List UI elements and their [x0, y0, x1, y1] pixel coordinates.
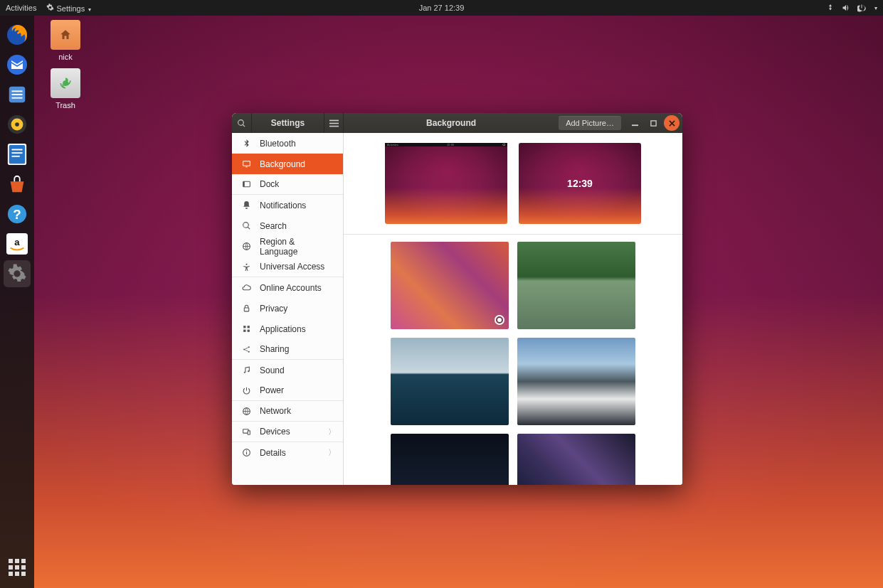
svg-rect-5 [12, 97, 23, 99]
svg-rect-30 [243, 326, 245, 328]
bell-icon [242, 201, 251, 210]
globe-icon [242, 242, 251, 251]
svg-point-36 [248, 351, 250, 352]
desktop-preview[interactable]: Activities12:39⏻ [385, 143, 507, 224]
svg-rect-29 [244, 308, 249, 311]
sidebar-item-privacy[interactable]: Privacy [232, 298, 343, 319]
svg-rect-26 [243, 181, 245, 187]
show-applications-button[interactable] [4, 554, 31, 581]
info-icon [242, 448, 251, 457]
dock-rhythmbox[interactable] [4, 111, 31, 138]
svg-rect-3 [12, 90, 23, 92]
volume-icon [842, 4, 850, 12]
dock-help[interactable]: ? [4, 201, 31, 228]
sidebar-item-universal[interactable]: Universal Access [232, 257, 343, 277]
settings-window: Settings Background Add Picture… Bluetoo… [232, 113, 682, 485]
share-icon [242, 345, 251, 354]
wallpaper-option[interactable] [391, 242, 509, 329]
dock-software[interactable] [4, 171, 31, 198]
add-picture-button[interactable]: Add Picture… [559, 116, 621, 130]
svg-rect-41 [248, 430, 250, 434]
svg-rect-44 [246, 450, 247, 451]
wallpaper-option[interactable] [517, 338, 635, 425]
top-bar: Activities Settings ▾ Jan 27 12:39 ▾ [0, 0, 883, 16]
desktop-icon-trash[interactable]: Trash [43, 68, 88, 109]
maximize-button[interactable] [645, 115, 661, 131]
gear-icon [46, 4, 54, 11]
dock-files[interactable] [4, 81, 31, 108]
hamburger-icon [329, 119, 339, 127]
svg-rect-33 [248, 330, 250, 332]
wallpaper-option[interactable] [391, 434, 509, 485]
dock-thunderbird[interactable] [4, 51, 31, 78]
clock[interactable]: Jan 27 12:39 [419, 4, 465, 12]
settings-content: Activities12:39⏻ 12:39 [344, 133, 682, 485]
sidebar-title: Settings [252, 118, 324, 128]
dock-firefox[interactable] [4, 21, 31, 48]
search-button[interactable] [232, 113, 252, 133]
titlebar: Settings Background Add Picture… [232, 113, 682, 133]
close-button[interactable] [664, 115, 680, 131]
svg-rect-12 [12, 152, 23, 154]
svg-text:?: ? [13, 207, 21, 222]
svg-text:a: a [14, 237, 20, 247]
menu-button[interactable] [324, 113, 344, 133]
sidebar-item-notifications[interactable]: Notifications [232, 195, 343, 215]
sidebar-item-power[interactable]: Power [232, 380, 343, 401]
svg-rect-32 [243, 330, 245, 332]
content-title: Background [344, 118, 559, 128]
network-icon [826, 4, 835, 12]
svg-rect-31 [248, 326, 250, 328]
wallpaper-option[interactable] [517, 434, 635, 485]
sidebar-item-network[interactable]: Network [232, 401, 343, 422]
svg-point-38 [248, 370, 249, 372]
settings-sidebar: Bluetooth Background Dock Notifications … [232, 133, 344, 485]
sidebar-item-sharing[interactable]: Sharing [232, 339, 343, 360]
sidebar-item-dock[interactable]: Dock [232, 174, 343, 195]
lock-icon [242, 304, 251, 313]
svg-rect-24 [245, 166, 247, 167]
accessibility-icon [242, 262, 251, 272]
devices-icon [242, 427, 251, 437]
power-icon [857, 4, 866, 12]
sidebar-item-search[interactable]: Search [232, 215, 343, 236]
sidebar-item-applications[interactable]: Applications [232, 319, 343, 339]
svg-rect-10 [9, 145, 26, 164]
dock-settings[interactable] [4, 260, 31, 287]
minimize-button[interactable] [627, 115, 643, 131]
power-icon [242, 386, 251, 395]
dock-libreoffice[interactable] [4, 141, 31, 168]
system-menu[interactable]: ▾ [826, 4, 877, 12]
desktop-icon-home[interactable]: nick [43, 20, 88, 61]
activities-button[interactable]: Activities [6, 4, 36, 12]
sidebar-item-region[interactable]: Region & Language [232, 236, 343, 257]
background-icon [242, 159, 251, 169]
wallpaper-option[interactable] [391, 338, 509, 425]
sidebar-item-accounts[interactable]: Online Accounts [232, 277, 343, 298]
wallpaper-option[interactable] [517, 242, 635, 329]
sidebar-item-devices[interactable]: Devices〉 [232, 422, 343, 442]
cloud-icon [242, 283, 251, 292]
network-icon [242, 407, 251, 416]
dock-amazon[interactable]: a [4, 230, 31, 257]
dock-icon [242, 180, 251, 189]
dock: ? a [0, 16, 34, 588]
svg-rect-20 [329, 125, 339, 127]
chevron-down-icon: ▾ [874, 5, 877, 11]
svg-point-28 [245, 263, 247, 264]
svg-rect-23 [243, 161, 250, 166]
svg-rect-4 [12, 94, 23, 95]
search-icon [242, 221, 251, 230]
sidebar-item-details[interactable]: Details〉 [232, 442, 343, 463]
svg-rect-13 [12, 156, 20, 157]
bluetooth-icon [242, 139, 251, 148]
lockscreen-preview[interactable]: 12:39 [519, 143, 641, 224]
sidebar-item-bluetooth[interactable]: Bluetooth [232, 133, 343, 154]
svg-point-35 [248, 346, 250, 348]
sidebar-item-background[interactable]: Background [232, 154, 343, 174]
sidebar-item-sound[interactable]: Sound [232, 360, 343, 380]
svg-rect-43 [246, 451, 247, 454]
svg-rect-22 [650, 120, 655, 125]
app-menu[interactable]: Settings ▾ [46, 4, 91, 13]
svg-point-34 [243, 348, 245, 350]
